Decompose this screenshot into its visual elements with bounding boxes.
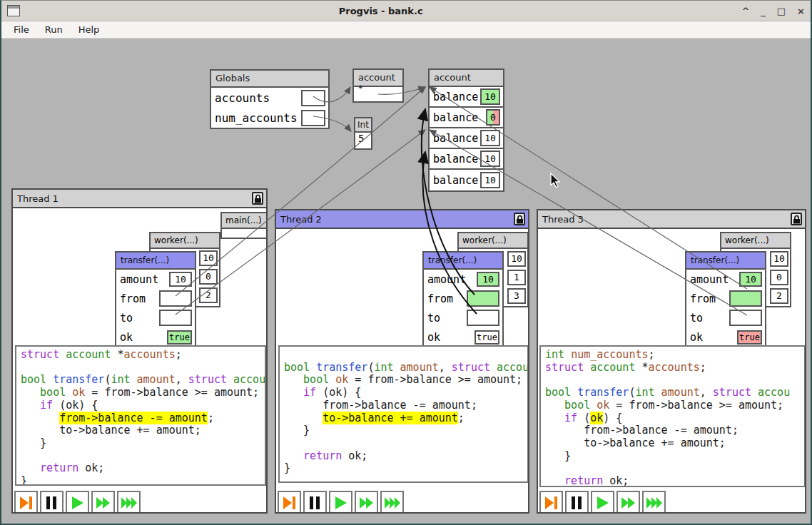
play-icon	[594, 494, 612, 512]
titlebar[interactable]: Progvis - bank.c ^ _ □ ×	[1, 1, 811, 21]
variable-name: from	[427, 292, 453, 305]
balance-value: 0	[486, 109, 500, 126]
transfer-frame[interactable]: transfer(...) amount10fromtooktrue	[685, 251, 766, 348]
mouse-cursor	[551, 173, 559, 188]
local-variable-row: oktrue	[116, 327, 195, 347]
worker-arg-value: 2	[770, 288, 788, 304]
code-line	[284, 349, 527, 362]
play-button[interactable]	[66, 491, 89, 512]
account-header: account	[430, 70, 503, 87]
code-view: struct account *accounts; bool transfer(…	[15, 345, 266, 486]
local-variable-row: oktrue	[686, 327, 765, 347]
local-variable-row: to	[424, 308, 502, 327]
int-box[interactable]: Int 5	[354, 117, 372, 150]
pause-button[interactable]	[565, 491, 589, 512]
worker-arg-cells: 1002	[770, 251, 788, 307]
amount-value: 10	[169, 272, 192, 287]
balance-value: 10	[480, 151, 500, 167]
main-frame-header[interactable]: main(...)	[220, 212, 266, 229]
fast-forward-button[interactable]	[91, 491, 115, 512]
variable-name: num_accounts	[215, 111, 298, 125]
transfer-frame-header[interactable]: transfer(...)	[116, 253, 195, 270]
thread-2-window[interactable]: Thread 2 worker(...) 1013 transfer(...) …	[275, 209, 529, 514]
run-to-next-button[interactable]	[14, 491, 38, 512]
thread-1-titlebar[interactable]: Thread 1	[13, 190, 266, 208]
int-header: Int	[355, 118, 371, 133]
local-variable-row: from	[424, 289, 502, 308]
close-button[interactable]: ×	[797, 6, 805, 16]
transfer-locals: amount10fromtooktrue	[686, 270, 765, 347]
code-line: bool transfer(int amount, struct accou	[545, 387, 804, 399]
menu-file[interactable]: File	[6, 22, 37, 37]
pause-button[interactable]	[303, 491, 327, 512]
fast-forward-icon	[94, 494, 113, 512]
lock-icon	[252, 192, 263, 205]
pointer-cell	[301, 110, 325, 126]
worker-frame-header[interactable]: worker(...)	[720, 232, 791, 249]
fastest-forward-button[interactable]	[642, 491, 666, 512]
minimize-button[interactable]: _	[761, 6, 766, 16]
fast-forward-button[interactable]	[616, 491, 640, 512]
play-button[interactable]	[329, 491, 352, 512]
pause-icon	[306, 494, 325, 512]
pause-button[interactable]	[40, 491, 64, 512]
shade-button[interactable]: ^	[741, 6, 749, 16]
account-array-box[interactable]: account balance10balance0balance10balanc…	[428, 68, 504, 192]
account-row: balance10	[430, 149, 503, 170]
local-variable-row: from	[116, 289, 195, 308]
pause-icon	[43, 494, 61, 512]
balance-value: 10	[480, 88, 500, 105]
worker-frame-header[interactable]: worker(...)	[457, 232, 528, 249]
play-button[interactable]	[591, 491, 614, 512]
transfer-frame-header[interactable]: transfer(...)	[424, 253, 502, 270]
to-value	[729, 310, 762, 326]
maximize-button[interactable]: □	[777, 6, 786, 16]
account-pointer-box[interactable]: account *	[352, 68, 404, 103]
worker-arg-value: 10	[770, 251, 788, 267]
thread-3-titlebar[interactable]: Thread 3	[538, 210, 805, 229]
worker-arg-value: 10	[507, 251, 526, 267]
thread-2-titlebar[interactable]: Thread 2	[276, 210, 528, 229]
lock-icon	[791, 213, 802, 225]
account-rows: balance10balance0balance10balance10balan…	[430, 87, 503, 190]
local-variable-row: to	[116, 308, 195, 327]
account-row: balance10	[430, 128, 503, 149]
thread-1-window[interactable]: Thread 1 main(...) worker(...) 1002 tran…	[11, 188, 268, 514]
transfer-frame[interactable]: transfer(...) amount10fromtooktrue	[115, 251, 196, 348]
app-icon	[7, 5, 20, 16]
thread-3-window[interactable]: Thread 3 worker(...) 1002 transfer(...) …	[537, 209, 806, 514]
code-line: from->balance -= amount;	[21, 412, 265, 425]
fastest-forward-button[interactable]	[380, 491, 404, 512]
fast-forward-button[interactable]	[355, 491, 378, 512]
fastest-forward-button[interactable]	[117, 491, 141, 512]
worker-arg-value: 3	[507, 288, 526, 304]
transfer-frame[interactable]: transfer(...) amount10fromtooktrue	[422, 251, 504, 348]
code-line: struct account *accounts;	[21, 349, 265, 362]
code-line	[545, 374, 804, 387]
worker-arg-cells: 1013	[507, 251, 526, 307]
account-row: balance0	[430, 108, 503, 128]
code-line	[284, 437, 527, 450]
visualization-canvas[interactable]: Globals accounts num_accounts account * …	[1, 39, 811, 524]
thread-title: Thread 1	[17, 193, 252, 204]
run-to-next-icon	[542, 494, 561, 512]
account-row: balance10	[430, 170, 503, 190]
variable-name: to	[690, 312, 703, 325]
variable-name: amount	[690, 273, 729, 286]
globals-box[interactable]: Globals accounts num_accounts	[210, 69, 330, 129]
worker-frame-header[interactable]: worker(...)	[149, 232, 220, 249]
run-to-next-button[interactable]	[539, 491, 563, 512]
play-icon	[68, 494, 87, 512]
menu-run[interactable]: Run	[37, 22, 71, 37]
from-value	[159, 290, 192, 307]
field-name: balance	[433, 91, 478, 103]
code-view: int num_accounts;struct account *account…	[539, 345, 805, 487]
code-line: return ok;	[21, 462, 265, 475]
code-line: bool ok = from->balance >= amount;	[21, 387, 265, 399]
run-to-next-button[interactable]	[278, 491, 301, 512]
worker-arg-value: 0	[199, 269, 218, 285]
menu-help[interactable]: Help	[71, 22, 108, 37]
transfer-frame-header[interactable]: transfer(...)	[686, 253, 765, 270]
run-to-next-icon	[280, 494, 299, 512]
fastest-forward-icon	[645, 494, 664, 512]
